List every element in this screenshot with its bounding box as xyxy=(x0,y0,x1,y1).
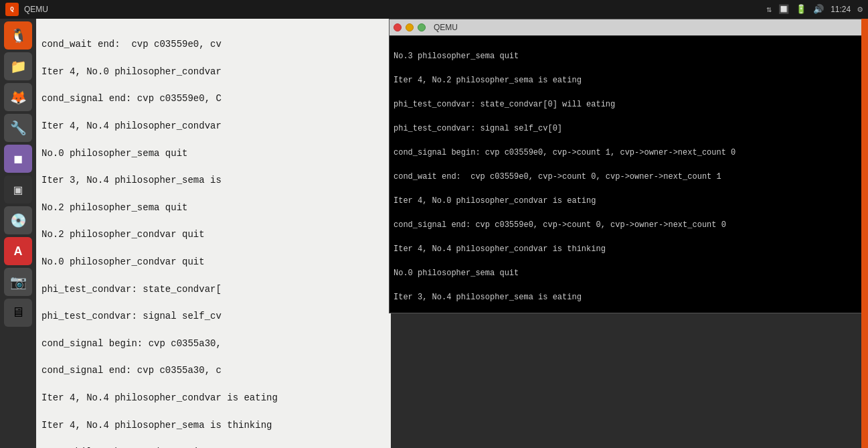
qemu-line-10: No.0 philosopher_sema quit xyxy=(394,267,863,279)
qemu-line-1: No.3 philosopher_sema quit xyxy=(394,50,863,62)
cpu-icon: 🔲 xyxy=(778,4,789,15)
terminal-line-9: No.0 philosopher_condvar quit xyxy=(41,255,385,269)
settings-icon: ⚙ xyxy=(857,4,863,15)
taskbar-left: Q QEMU xyxy=(5,3,48,16)
taskbar-right: ⇅ 🔲 🔋 🔊 11:24 ⚙ xyxy=(766,4,863,15)
qemu-line-9: Iter 4, No.4 philosopher_condvar is thin… xyxy=(394,243,863,255)
qemu-line-11: Iter 3, No.4 philosopher_sema is eating xyxy=(394,291,863,303)
terminal-line-2: Iter 4, No.0 philosopher_condvar xyxy=(41,65,385,78)
qemu-logo-icon: Q xyxy=(5,3,19,16)
terminal-line-15: Iter 4, No.4 philosopher_sema is thinkin… xyxy=(41,419,385,432)
sidebar-item-software[interactable]: A xyxy=(4,237,32,265)
terminal-line-14: Iter 4, No.4 philosopher_condvar is eati… xyxy=(41,391,385,404)
terminal-line-4: Iter 4, No.4 philosopher_condvar xyxy=(41,119,385,133)
main-terminal[interactable]: cond_wait end: cvp c03559e0, cv Iter 4, … xyxy=(36,19,391,448)
terminal-line-16: No.4 philosopher_condvar quit xyxy=(41,445,385,448)
clock: 11:24 xyxy=(831,5,851,14)
qemu-line-2: Iter 4, No.2 philosopher_sema is eating xyxy=(394,74,863,86)
sidebar-item-camera[interactable]: 📷 xyxy=(4,268,32,296)
qemu-titlebar: QEMU xyxy=(389,19,867,35)
battery-icon: 🔋 xyxy=(796,4,806,15)
qemu-line-6: cond_wait end: cvp c03559e0, cvp->count … xyxy=(394,171,863,183)
terminal-line-10: phi_test_condvar: state_condvar[ xyxy=(41,283,385,296)
terminal-line-11: phi_test_condvar: signal self_cv xyxy=(41,309,385,323)
maximize-button[interactable] xyxy=(418,23,426,31)
qemu-line-5: cond_signal begin: cvp c03559e0, cvp->co… xyxy=(394,147,863,159)
terminal-line-1: cond_wait end: cvp c03559e0, cv xyxy=(41,38,385,51)
qemu-window[interactable]: QEMU No.3 philosopher_sema quit Iter 4, … xyxy=(389,19,868,313)
minimize-button[interactable] xyxy=(406,23,414,31)
sidebar-item-files[interactable]: 📁 xyxy=(4,52,32,80)
sidebar-item-launcher[interactable]: ◼ xyxy=(4,145,32,173)
sidebar-item-ubuntu[interactable]: 🐧 xyxy=(4,21,32,50)
sidebar-item-terminal[interactable]: ▣ xyxy=(4,175,32,204)
terminal-line-8: No.2 philosopher_condvar quit xyxy=(41,228,385,241)
sidebar: 🐧 📁 🦊 🔧 ◼ ▣ 💿 A 📷 🖥 xyxy=(0,19,36,448)
taskbar-app-name: QEMU xyxy=(24,5,48,14)
qemu-window-title: QEMU xyxy=(434,23,458,32)
sidebar-item-disk[interactable]: 💿 xyxy=(4,206,32,234)
volume-icon: 🔊 xyxy=(813,4,824,15)
terminal-line-13: cond_signal end: cvp c0355a30, c xyxy=(41,364,385,377)
terminal-line-3: cond_signal end: cvp c03559e0, C xyxy=(41,92,385,105)
qemu-line-3: phi_test_condvar: state_condvar[0] will … xyxy=(394,98,863,110)
taskbar: Q QEMU ⇅ 🔲 🔋 🔊 11:24 ⚙ xyxy=(0,0,868,19)
terminal-line-12: cond_signal begin: cvp c0355a30, xyxy=(41,337,385,350)
qemu-line-7: Iter 4, No.0 philosopher_condvar is eati… xyxy=(394,195,863,207)
qemu-line-8: cond_signal end: cvp c03559e0, cvp->coun… xyxy=(394,219,863,231)
qemu-terminal-content: No.3 philosopher_sema quit Iter 4, No.2 … xyxy=(389,35,867,313)
main-terminal-content: cond_wait end: cvp c03559e0, cv Iter 4, … xyxy=(36,19,391,448)
sidebar-item-settings[interactable]: 🔧 xyxy=(4,114,32,142)
sidebar-item-more[interactable]: 🖥 xyxy=(4,299,32,327)
network-icon: ⇅ xyxy=(766,4,772,15)
terminal-line-6: Iter 3, No.4 philosopher_sema is xyxy=(41,173,385,187)
sidebar-item-firefox[interactable]: 🦊 xyxy=(4,83,32,111)
terminal-line-7: No.2 philosopher_sema quit xyxy=(41,201,385,214)
right-accent-bar xyxy=(861,0,868,448)
qemu-line-4: phi_test_condvar: signal self_cv[0] xyxy=(394,123,863,135)
close-button[interactable] xyxy=(394,23,402,31)
terminal-line-5: No.0 philosopher_sema quit xyxy=(41,147,385,160)
